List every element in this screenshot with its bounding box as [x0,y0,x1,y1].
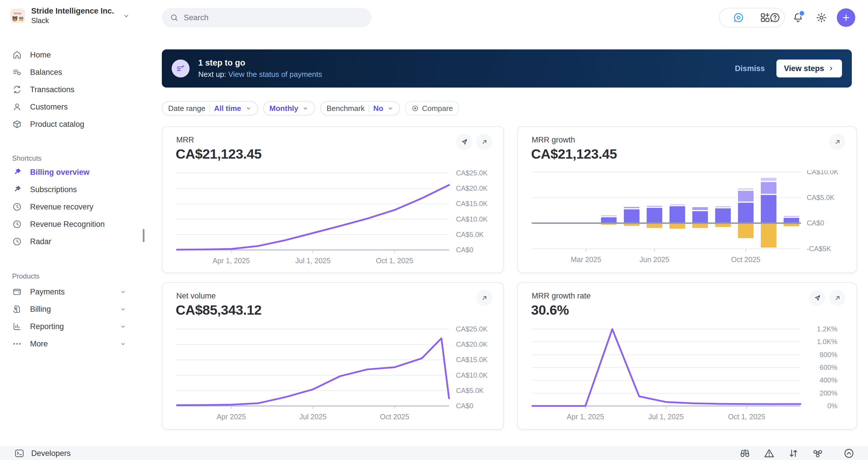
sidebar-item-label: Revenue recovery [30,203,93,212]
customers-icon [12,102,22,112]
mrr-card: MRR CA$21,123.45 CA$25.0KCA$20.0KCA$15.0… [162,126,504,273]
sidebar-item-label: Subscriptions [30,185,77,194]
sidebar-item-label: Product catalog [30,120,84,129]
svg-text:CA$20.0K: CA$20.0K [456,340,488,348]
report-icon [12,321,22,331]
svg-text:CA$5.0K: CA$5.0K [456,231,484,238]
expand-chart-button[interactable] [476,290,492,306]
sidebar-item-transactions[interactable]: Transactions [0,81,145,98]
mrr-chart: CA$25.0KCA$20.0KCA$15.0KCA$10.0KCA$5.0KC… [176,170,490,269]
sidebar-item-balances[interactable]: Balances [0,64,145,81]
view-steps-button[interactable]: View steps [776,60,842,78]
webhooks-icon[interactable] [812,448,824,459]
expand-chart-button[interactable] [829,290,845,306]
workspace-name: Stride Intelligence Inc. [31,6,114,16]
card-value: CA$85,343.12 [176,302,261,318]
plus-icon [841,13,851,23]
sidebar-item-billing-overview[interactable]: Billing overview [0,163,145,181]
benchmark-filter[interactable]: Benchmark No [320,101,400,116]
create-button[interactable] [837,8,855,27]
share-chart-button[interactable] [809,290,825,306]
svg-text:CA$0: CA$0 [456,246,473,254]
ellipsis-icon [12,339,22,349]
svg-text:CA$10.0K: CA$10.0K [807,170,838,176]
arrow-up-right-icon [480,294,488,302]
arrow-up-right-icon [834,138,841,146]
assistant-icon [733,12,744,23]
interval-value: Monthly [270,104,299,113]
clock-icon [12,202,22,212]
svg-text:1.0K%: 1.0K% [817,338,837,345]
compare-plus-icon [411,104,419,112]
banner-next-up-link[interactable]: View the status of payments [228,70,322,79]
sidebar-item-customers[interactable]: Customers [0,98,145,116]
transactions-icon [12,85,22,94]
sidebar-item-more[interactable]: More [0,335,145,352]
assistant-button[interactable] [731,10,746,25]
sidebar-item-payments[interactable]: Payments [0,283,145,301]
svg-text:CA$5.0K: CA$5.0K [456,387,484,394]
share-chart-button[interactable] [456,134,472,150]
search-input[interactable] [183,13,358,23]
errors-warning-icon[interactable] [764,448,775,459]
svg-text:Mar 2025: Mar 2025 [571,255,601,264]
date-range-filter[interactable]: Date range All time [162,101,258,116]
expand-chart-button[interactable] [476,134,492,150]
developers-label: Developers [31,449,71,458]
send-icon [460,138,468,146]
card-title: MRR growth [532,135,575,145]
workspace-switcher[interactable]: benny Stride Intelligence Inc. Slack [10,6,137,25]
sidebar-resize-handle[interactable] [143,229,145,242]
banner-subtitle: Next up: View the status of payments [198,70,322,79]
sidebar-item-billing[interactable]: Billing [0,301,145,318]
sidebar-nav: Home Balances Transactions Customers Pro… [0,46,145,352]
sidebar-item-label: Billing [30,305,51,314]
svg-text:Jul 1, 2025: Jul 1, 2025 [648,412,684,421]
svg-text:1.2K%: 1.2K% [817,326,837,333]
shortcuts-section-label: Shortcuts [0,153,145,163]
expand-chart-button[interactable] [829,134,845,150]
interval-filter[interactable]: Monthly [263,101,315,116]
svg-text:Oct 2025: Oct 2025 [380,412,409,421]
svg-text:Jul 2025: Jul 2025 [299,412,327,421]
chevron-down-icon [387,105,394,112]
svg-text:CA$0: CA$0 [456,402,473,410]
dismiss-button[interactable]: Dismiss [735,64,765,73]
notifications-button[interactable] [790,10,806,25]
sidebar-item-label: Customers [30,102,68,112]
svg-text:Apr 2025: Apr 2025 [217,412,246,421]
sidebar-item-revenue-recognition[interactable]: Revenue Recognition [0,216,145,233]
events-binoculars-icon[interactable] [739,448,751,459]
svg-text:Oct 2025: Oct 2025 [731,255,760,264]
svg-text:CA$5.0K: CA$5.0K [807,193,835,202]
api-requests-arrows-icon[interactable] [788,448,799,459]
sidebar-item-subscriptions[interactable]: Subscriptions [0,181,145,198]
collapse-chevron-up-icon[interactable] [843,448,855,459]
help-button[interactable] [768,10,782,25]
pin-icon [12,167,22,177]
product-catalog-icon [12,119,22,129]
sidebar-item-reporting[interactable]: Reporting [0,318,145,335]
sidebar-item-home[interactable]: Home [0,46,145,64]
home-icon [12,50,22,60]
svg-text:CA$10.0K: CA$10.0K [456,371,488,379]
sidebar-item-product-catalog[interactable]: Product catalog [0,116,145,133]
chevron-down-icon [120,340,127,347]
search-bar[interactable] [162,8,372,27]
send-icon [813,294,821,302]
mrr-growth-chart: CA$10.0KCA$5.0KCA$0-CA$5KMar 2025Jun 202… [532,170,843,269]
card-title: MRR growth rate [532,292,591,301]
settings-button[interactable] [814,10,829,25]
compare-button[interactable]: Compare [405,101,459,116]
onboarding-banner: 1 step to go Next up: View the status of… [162,50,852,88]
date-range-label: Date range [168,104,206,113]
sidebar-item-label: Revenue Recognition [30,220,104,229]
svg-text:Apr 1, 2025: Apr 1, 2025 [213,256,250,265]
mrr-growth-card: MRR growth CA$21,123.45 CA$10.0KCA$5.0KC… [517,126,857,273]
svg-text:400%: 400% [820,376,837,384]
svg-text:Oct 1, 2025: Oct 1, 2025 [376,256,413,265]
sidebar-item-radar[interactable]: Radar [0,233,145,250]
developers-button[interactable]: Developers [14,448,71,459]
svg-text:CA$10.0K: CA$10.0K [456,215,488,223]
sidebar-item-revenue-recovery[interactable]: Revenue recovery [0,198,145,216]
